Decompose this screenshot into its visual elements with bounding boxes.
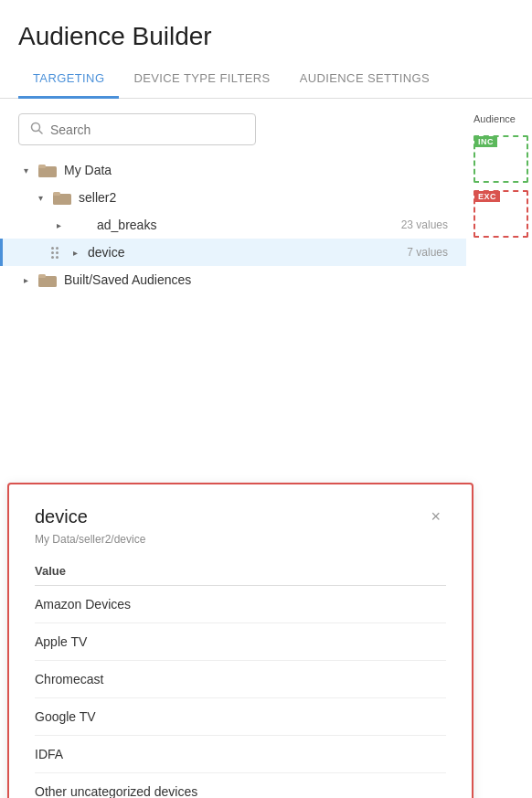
chevron-down-icon[interactable]: ▾ [18, 163, 33, 177]
audience-include-box[interactable]: INC [473, 135, 528, 183]
tree-item-label: Built/Saved Audiences [64, 272, 448, 287]
folder-icon [53, 190, 71, 205]
popup-close-button[interactable]: × [425, 506, 446, 527]
popup-value-row[interactable]: Other uncategorized devices [35, 773, 446, 798]
search-container [0, 113, 466, 156]
popup-value-row[interactable]: Amazon Devices [35, 586, 446, 623]
audience-sidebar: Audience INC EXC [466, 99, 532, 252]
svg-rect-6 [53, 192, 60, 196]
device-popup: device × My Data/seller2/device Value Am… [7, 483, 473, 798]
drag-dot [51, 256, 54, 259]
item-values: 7 values [407, 246, 448, 259]
drag-dot [56, 256, 59, 259]
exclude-badge: EXC [474, 191, 500, 202]
svg-line-1 [39, 131, 43, 134]
drag-dot [56, 251, 59, 254]
left-panel: ▾ My Data ▾ [0, 99, 466, 308]
folder-icon [38, 163, 57, 177]
popup-value-row[interactable]: Chromecast [35, 661, 446, 698]
popup-value-row[interactable]: Apple TV [35, 623, 446, 661]
drag-handle[interactable] [51, 247, 59, 259]
tree-item-label: My Data [64, 163, 448, 177]
include-badge: INC [474, 136, 497, 147]
tree-item-seller2[interactable]: ▾ seller2 [0, 184, 466, 211]
tree-item-built-saved[interactable]: ▸ Built/Saved Audiences [0, 266, 466, 293]
popup-col-header: Value [35, 564, 446, 586]
page-header: Audience Builder [0, 0, 532, 60]
audience-exclude-box[interactable]: EXC [473, 190, 528, 238]
drag-dot [51, 247, 54, 250]
tree-item-ad-breaks[interactable]: ▸ ad_breaks 23 values [0, 211, 466, 239]
drag-dot [51, 251, 54, 254]
drag-dot [56, 247, 59, 250]
tree-item-my-data[interactable]: ▾ My Data [0, 156, 466, 184]
tab-audience-settings[interactable]: AUDIENCE SETTINGS [285, 60, 444, 99]
popup-path: My Data/seller2/device [35, 533, 446, 546]
popup-title: device [35, 506, 88, 527]
tree-item-label: ad_breaks [97, 218, 401, 232]
tree-item-label: seller2 [79, 190, 448, 205]
chevron-down-icon[interactable]: ▾ [33, 190, 48, 205]
tree-item-device[interactable]: ▸ device 7 values [0, 239, 466, 266]
file-tree: ▾ My Data ▾ [0, 156, 466, 293]
page-title: Audience Builder [18, 22, 514, 51]
popup-value-row[interactable]: Google TV [35, 698, 446, 736]
chevron-right-icon[interactable]: ▸ [68, 245, 82, 260]
search-box[interactable] [18, 113, 256, 145]
chevron-right-icon[interactable]: ▸ [51, 218, 66, 232]
tab-bar: TARGETING DEVICE TYPE FILTERS AUDIENCE S… [0, 60, 532, 99]
svg-rect-4 [38, 165, 46, 168]
tree-item-label: device [88, 245, 407, 260]
page-container: Audience Builder TARGETING DEVICE TYPE F… [0, 0, 532, 308]
popup-header: device × [35, 506, 446, 527]
main-content: ▾ My Data ▾ [0, 99, 532, 308]
item-values: 23 values [401, 218, 448, 231]
tab-targeting[interactable]: TARGETING [18, 60, 119, 99]
search-input[interactable] [50, 122, 244, 137]
audience-label: Audience [473, 113, 525, 124]
search-icon [30, 122, 43, 137]
chevron-right-icon[interactable]: ▸ [18, 272, 33, 287]
svg-rect-8 [38, 274, 46, 278]
folder-icon [38, 272, 57, 287]
popup-value-row[interactable]: IDFA [35, 736, 446, 773]
tab-device-type-filters[interactable]: DEVICE TYPE FILTERS [119, 60, 284, 99]
